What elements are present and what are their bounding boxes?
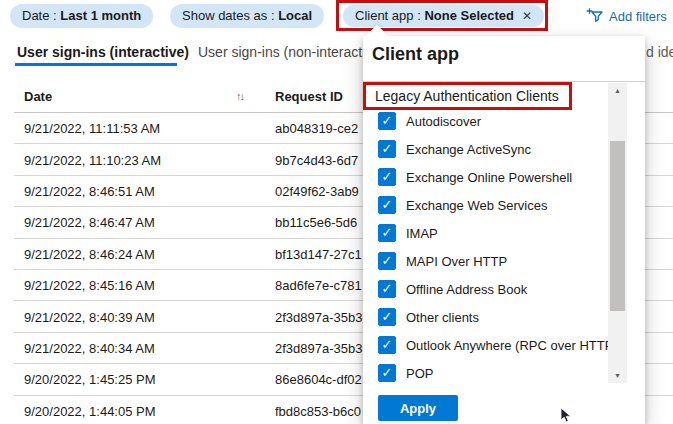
tab-user-signins-non-interactive[interactable]: User sign-ins (non-interactive) (198, 44, 385, 60)
add-filters-button[interactable]: Add filters (586, 7, 667, 26)
group-header-legacy-authentication-clients: Legacy Authentication Clients (375, 88, 559, 104)
column-header-request-id[interactable]: Request ID (275, 89, 343, 104)
active-tab-underline (15, 63, 177, 66)
add-filters-label: Add filters (609, 9, 667, 24)
checkbox-checked-icon[interactable]: ✓ (378, 252, 396, 270)
cell-request-id: 2f3d897a-35b3 (275, 340, 362, 355)
cell-request-id: 02f49f62-3ab9 (275, 183, 359, 198)
option-label: Other clients (406, 310, 479, 325)
scrollbar-thumb[interactable] (610, 141, 625, 311)
cell-request-id: 2f3d897a-35b3 (275, 309, 362, 324)
filter-pill-label: Date (22, 8, 49, 23)
checkbox-checked-icon[interactable]: ✓ (378, 280, 396, 298)
client-app-option[interactable]: ✓Exchange Web Services (363, 191, 625, 219)
filter-pill-label: Client app (355, 8, 414, 23)
filter-pill-client-app[interactable]: Client app : None Selected ✕ (343, 5, 544, 27)
cell-request-id: bf13d147-27c1 (275, 246, 362, 261)
option-label: Autodiscover (406, 114, 481, 129)
red-annotation-client-app-pill: Client app : None Selected ✕ (336, 0, 548, 31)
client-app-option-group: ✓Autodiscover✓Exchange ActiveSync✓Exchan… (363, 107, 625, 387)
cell-request-id: ab048319-ce2 (275, 121, 358, 136)
option-label: Exchange Web Services (406, 198, 547, 213)
filter-pill-date[interactable]: Date : Last 1 month (10, 4, 153, 28)
filter-pill-value: Local (278, 8, 312, 23)
filter-pill-value: None Selected (424, 8, 514, 23)
client-app-option[interactable]: ✓POP (363, 359, 625, 387)
cell-request-id: 86e8604c-df02 (275, 372, 362, 387)
cell-date: 9/21/2022, 8:40:39 AM (24, 309, 155, 324)
signin-logs-screen: Date : Last 1 month Show dates as : Loca… (0, 0, 673, 424)
option-label: IMAP (406, 226, 438, 241)
red-annotation-legacy-auth-clients: Legacy Authentication Clients (363, 82, 572, 110)
checkbox-checked-icon[interactable]: ✓ (378, 140, 396, 158)
checkbox-checked-icon[interactable]: ✓ (378, 308, 396, 326)
client-app-flyout: Client app Legacy Authentication Clients… (363, 36, 645, 424)
apply-button[interactable]: Apply (378, 395, 458, 421)
cell-date: 9/20/2022, 1:44:05 PM (24, 403, 156, 418)
option-label: Offline Address Book (406, 282, 527, 297)
checkbox-checked-icon[interactable]: ✓ (378, 196, 396, 214)
cell-date: 9/21/2022, 8:46:47 AM (24, 215, 155, 230)
cell-request-id: 9b7c4d43-6d7 (275, 152, 358, 167)
mouse-cursor-icon (560, 407, 572, 424)
option-label: Outlook Anywhere (RPC over HTTP) (406, 338, 618, 353)
tab-user-signins-interactive[interactable]: User sign-ins (interactive) (17, 44, 189, 60)
scroll-up-icon[interactable]: ▲ (608, 87, 627, 94)
cell-request-id: bb11c5e6-5d6 (275, 215, 357, 230)
option-label: Exchange Online Powershell (406, 170, 572, 185)
dismiss-filter-icon[interactable]: ✕ (522, 5, 532, 27)
cell-date: 9/21/2022, 8:46:24 AM (24, 246, 155, 261)
checkbox-checked-icon[interactable]: ✓ (378, 168, 396, 186)
cell-date: 9/21/2022, 8:45:16 AM (24, 278, 155, 293)
checkbox-checked-icon[interactable]: ✓ (378, 112, 396, 130)
filter-pill-separator: : (267, 8, 278, 23)
client-app-option[interactable]: ✓Outlook Anywhere (RPC over HTTP) (363, 331, 625, 359)
checkbox-checked-icon[interactable]: ✓ (378, 364, 396, 382)
option-label: Exchange ActiveSync (406, 142, 531, 157)
cell-date: 9/21/2022, 11:11:53 AM (24, 121, 160, 136)
client-app-option[interactable]: ✓Offline Address Book (363, 275, 625, 303)
cell-request-id: 8ad6fe7e-c781 (275, 278, 362, 293)
add-filter-icon (586, 7, 603, 26)
client-app-option[interactable]: ✓Exchange ActiveSync (363, 135, 625, 163)
checkbox-checked-icon[interactable]: ✓ (378, 224, 396, 242)
client-app-option[interactable]: ✓Other clients (363, 303, 625, 331)
filter-pill-separator: : (414, 8, 425, 23)
column-header-date[interactable]: Date (24, 89, 52, 104)
scroll-down-icon[interactable]: ▼ (608, 372, 627, 379)
filter-pill-show-dates-as[interactable]: Show dates as : Local (170, 4, 324, 28)
filter-pill-label: Show dates as (182, 8, 267, 23)
filter-pill-value: Last 1 month (60, 8, 141, 23)
sort-icon[interactable]: ↑↓ (236, 90, 243, 102)
tab-fragment-partially-hidden[interactable]: d ide (646, 44, 673, 60)
client-app-option[interactable]: ✓MAPI Over HTTP (363, 247, 625, 275)
cell-date: 9/21/2022, 8:40:34 AM (24, 340, 155, 355)
client-app-option[interactable]: ✓Autodiscover (363, 107, 625, 135)
client-app-option[interactable]: ✓IMAP (363, 219, 625, 247)
cell-request-id: fbd8c853-b6c0 (275, 403, 361, 418)
option-label: MAPI Over HTTP (406, 254, 507, 269)
cell-date: 9/21/2022, 11:10:23 AM (24, 152, 161, 167)
option-label: POP (406, 366, 433, 381)
checkbox-checked-icon[interactable]: ✓ (378, 336, 396, 354)
cell-date: 9/20/2022, 1:45:25 PM (24, 372, 156, 387)
cell-date: 9/21/2022, 8:46:51 AM (24, 183, 155, 198)
filter-pill-separator: : (49, 8, 60, 23)
client-app-option[interactable]: ✓Exchange Online Powershell (363, 163, 625, 191)
flyout-title: Client app (372, 44, 459, 65)
flyout-scrollbar[interactable]: ▲ ▼ (608, 83, 627, 383)
filter-pill-text: Client app : None Selected (355, 5, 514, 27)
client-app-options-listbox: Legacy Authentication Clients ✓Autodisco… (363, 81, 645, 387)
